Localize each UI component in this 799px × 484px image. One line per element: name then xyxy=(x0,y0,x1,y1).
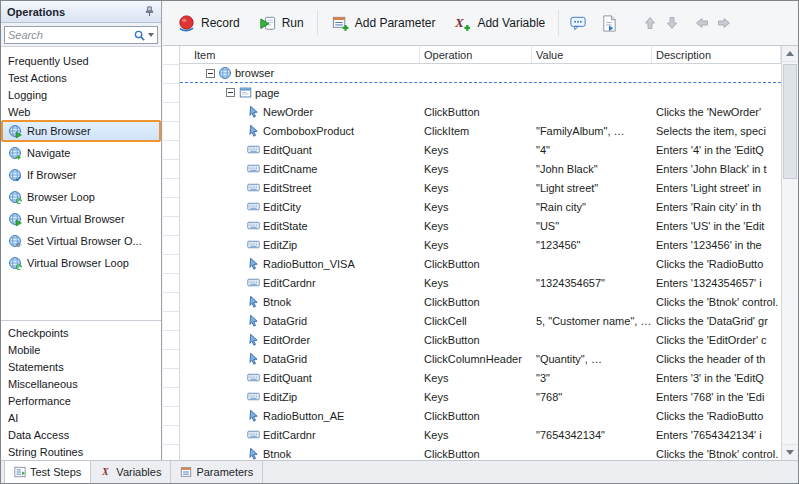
test-step-row[interactable]: EditZipKeys"768"Enters '768' in the 'Edi xyxy=(180,387,781,406)
click-action-icon xyxy=(246,124,260,138)
browser-icon xyxy=(218,66,232,80)
test-step-row[interactable]: EditCardnrKeys"1324354657"Enters '132435… xyxy=(180,273,781,292)
scroll-down-icon xyxy=(786,450,794,455)
test-step-row[interactable]: EditQuantKeys"3"Enters '3' in the 'EditQ xyxy=(180,368,781,387)
move-right-icon[interactable] xyxy=(716,15,732,31)
step-operation: Keys xyxy=(420,217,532,235)
step-description: Clicks the 'RadioButto xyxy=(652,407,781,425)
test-step-row[interactable]: EditCardnrKeys"7654342134"Enters '765434… xyxy=(180,425,781,444)
step-item-name: EditOrder xyxy=(263,331,310,349)
add-parameter-button[interactable]: Add Parameter xyxy=(323,8,444,38)
add-description-button[interactable] xyxy=(595,8,624,38)
step-item-name: EditCname xyxy=(263,160,317,178)
column-header-description[interactable]: Description xyxy=(652,46,781,63)
test-step-row[interactable]: DataGridClickCell5, "Customer name", …Cl… xyxy=(180,311,781,330)
collapse-toggle-icon[interactable] xyxy=(206,69,215,78)
operation-item-test-actions[interactable]: Test Actions xyxy=(1,69,161,86)
column-header-value[interactable]: Value xyxy=(532,46,652,63)
operation-item-run-browser[interactable]: Run Browser xyxy=(1,120,161,142)
column-header-item[interactable]: Item xyxy=(180,46,420,63)
tree-row-page[interactable]: page xyxy=(180,83,781,102)
record-button[interactable]: Record xyxy=(169,8,248,38)
operation-item-browser-loop[interactable]: Browser Loop xyxy=(1,186,161,208)
step-item-name: EditZip xyxy=(263,236,297,254)
test-step-row[interactable]: EditStreetKeys"Light street"Enters 'Ligh… xyxy=(180,178,781,197)
search-icon[interactable] xyxy=(133,29,146,42)
test-step-row[interactable]: EditCityKeys"Rain city"Enters 'Rain city… xyxy=(180,197,781,216)
click-action-icon xyxy=(246,105,260,119)
run-label: Run xyxy=(282,16,304,30)
step-operation: ClickButton xyxy=(420,445,532,461)
search-input[interactable] xyxy=(8,29,131,41)
operation-item-performance[interactable]: Performance xyxy=(1,392,161,409)
test-step-row[interactable]: BtnokClickButtonClicks the 'Btnok' contr… xyxy=(180,444,781,460)
step-description: Enters '1324354657' i xyxy=(652,274,781,292)
run-button[interactable]: Run xyxy=(250,8,312,38)
step-item-name: EditCity xyxy=(263,198,301,216)
operation-item-run-virtual-browser[interactable]: Run Virtual Browser xyxy=(1,208,161,230)
step-value: "4" xyxy=(532,141,652,159)
test-step-row[interactable]: EditQuantKeys"4"Enters '4' in the 'EditQ xyxy=(180,140,781,159)
scroll-down-button[interactable] xyxy=(782,444,798,460)
page-icon xyxy=(238,86,252,100)
step-operation: Keys xyxy=(420,141,532,159)
toolbar-separator xyxy=(317,10,318,36)
test-step-row[interactable]: EditOrderClickButtonClicks the 'EditOrde… xyxy=(180,330,781,349)
operation-item-ai[interactable]: AI xyxy=(1,409,161,426)
column-header-operation[interactable]: Operation xyxy=(420,46,532,63)
keys-action-icon xyxy=(246,200,260,214)
scroll-up-icon xyxy=(786,51,794,56)
operation-item-frequently-used[interactable]: Frequently Used xyxy=(1,52,161,69)
search-options-caret-icon[interactable] xyxy=(148,33,154,37)
operation-item-if-browser[interactable]: If Browser xyxy=(1,164,161,186)
operation-item-data-access[interactable]: Data Access xyxy=(1,426,161,443)
operation-item-logging[interactable]: Logging xyxy=(1,86,161,103)
tree-node-label: browser xyxy=(235,64,274,82)
operation-item-navigate[interactable]: Navigate xyxy=(1,142,161,164)
tab-variables[interactable]: X Variables xyxy=(91,461,171,483)
operation-item-virtual-browser-loop[interactable]: Virtual Browser Loop xyxy=(1,252,161,274)
vertical-scrollbar[interactable] xyxy=(781,46,798,460)
test-step-row[interactable]: EditZipKeys"123456"Enters '123456' in th… xyxy=(180,235,781,254)
test-step-row[interactable]: RadioButton_VISAClickButtonClicks the 'R… xyxy=(180,254,781,273)
step-operation: ClickButton xyxy=(420,255,532,273)
operation-item-checkpoints[interactable]: Checkpoints xyxy=(1,324,161,341)
pin-icon[interactable] xyxy=(144,6,155,17)
tree-node-label: page xyxy=(255,84,279,102)
operation-item-statements[interactable]: Statements xyxy=(1,358,161,375)
add-variable-button[interactable]: X Add Variable xyxy=(445,8,553,38)
tab-test-steps[interactable]: Test Steps xyxy=(4,461,91,483)
add-comment-button[interactable] xyxy=(564,8,593,38)
test-steps-body: browserpageNewOrderClickButtonClicks the… xyxy=(180,64,781,460)
test-step-row[interactable]: DataGridClickColumnHeader"Quantity", …Cl… xyxy=(180,349,781,368)
test-step-row[interactable]: BtnokClickButtonClicks the 'Btnok' contr… xyxy=(180,292,781,311)
operation-item-string-routines[interactable]: String Routines xyxy=(1,443,161,460)
step-description: Clicks the 'NewOrder' xyxy=(652,103,781,121)
test-step-row[interactable]: ComboboxProductClickItem"FamilyAlbum", …… xyxy=(180,121,781,140)
tree-row-browser[interactable]: browser xyxy=(180,64,781,83)
tab-label: Variables xyxy=(116,466,161,478)
scrollbar-thumb[interactable] xyxy=(783,64,797,179)
operation-item-label: Statements xyxy=(8,361,64,373)
tab-parameters[interactable]: Parameters xyxy=(171,461,263,483)
collapse-toggle-icon[interactable] xyxy=(226,88,235,97)
test-step-row[interactable]: RadioButton_AEClickButtonClicks the 'Rad… xyxy=(180,406,781,425)
test-step-row[interactable]: EditCnameKeys"John Black"Enters 'John Bl… xyxy=(180,159,781,178)
move-left-icon[interactable] xyxy=(694,15,710,31)
operations-panel: Operations Frequently UsedTest ActionsLo… xyxy=(1,1,162,460)
step-value: "US" xyxy=(532,217,652,235)
operation-item-web[interactable]: Web xyxy=(1,103,161,120)
operation-item-miscellaneous[interactable]: Miscellaneous xyxy=(1,375,161,392)
test-step-row[interactable]: NewOrderClickButtonClicks the 'NewOrder' xyxy=(180,102,781,121)
test-step-row[interactable]: EditStateKeys"US"Enters 'US' in the 'Edi… xyxy=(180,216,781,235)
operation-item-set-virtual-browser-o[interactable]: Set Virtual Browser O... xyxy=(1,230,161,252)
move-up-icon[interactable] xyxy=(642,15,658,31)
step-description: Enters '4' in the 'EditQ xyxy=(652,141,781,159)
operation-item-mobile[interactable]: Mobile xyxy=(1,341,161,358)
virtual-browser-loop-icon xyxy=(8,256,22,270)
scroll-up-button[interactable] xyxy=(782,46,798,62)
step-description: Clicks the 'Btnok' control. xyxy=(652,445,781,461)
click-action-icon xyxy=(246,447,260,461)
click-action-icon xyxy=(246,314,260,328)
move-down-icon[interactable] xyxy=(664,15,680,31)
